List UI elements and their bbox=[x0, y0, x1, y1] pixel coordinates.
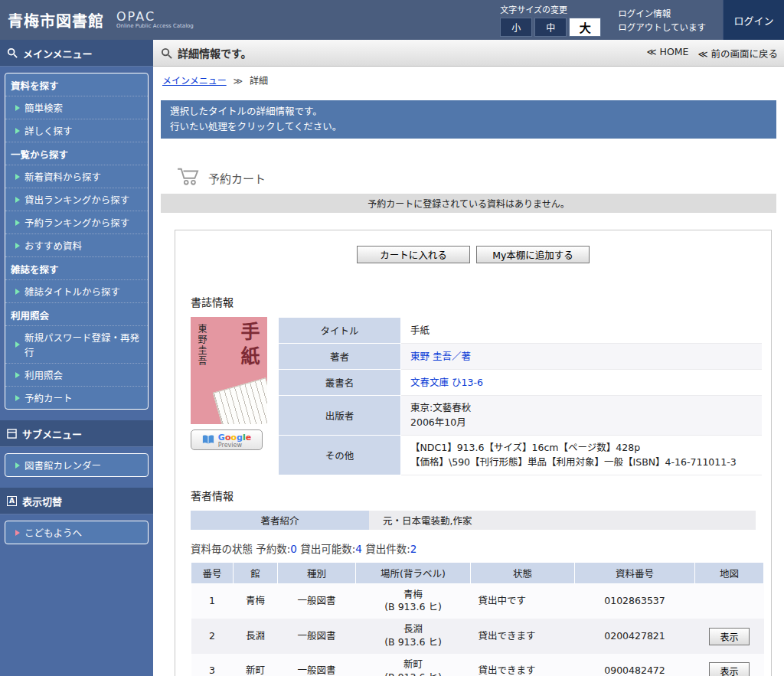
sidebar-item-reserve-cart[interactable]: 予約カート bbox=[5, 387, 148, 409]
notice-line-2: 行いたい処理をクリックしてください。 bbox=[170, 119, 767, 135]
sidebar-item-kids-page[interactable]: こどもようへ bbox=[5, 521, 148, 544]
header: 青梅市図書館 OPAC Online Public Access Catalog… bbox=[0, 0, 784, 40]
map-cell: 表示 bbox=[695, 654, 764, 676]
holdings-summary: 資料毎の状態 予約数:0 貸出可能数:4 貸出件数:2 bbox=[191, 540, 763, 556]
arrow-icon bbox=[15, 395, 20, 401]
back-link[interactable]: ≪ 前の画面に戻る bbox=[697, 46, 778, 60]
add-to-cart-button[interactable]: カートに入れる bbox=[357, 246, 470, 263]
cover-author-text: 東野圭吾 bbox=[195, 324, 208, 367]
arrow-icon bbox=[15, 243, 20, 249]
breadcrumb-separator: ≫ bbox=[233, 76, 243, 87]
sub-menu-title: サブメニュー bbox=[22, 426, 82, 441]
arrow-icon bbox=[15, 197, 20, 203]
sidebar-item-detailed-search[interactable]: 詳しく探す bbox=[5, 119, 148, 142]
place-cell: 長淵(B 913.6 ヒ) bbox=[356, 619, 471, 654]
show-map-button[interactable]: 表示 bbox=[709, 628, 749, 645]
sidebar-item-new-password[interactable]: 新規パスワード登録・再発行 bbox=[5, 326, 148, 364]
window-icon bbox=[7, 429, 17, 439]
login-info-label: ログイン情報 bbox=[618, 7, 706, 21]
sub-menu-header: サブメニュー bbox=[0, 420, 153, 447]
main-menu-title: メインメニュー bbox=[23, 46, 93, 60]
breadcrumb: メインメニュー ≫ 詳細 bbox=[153, 67, 784, 91]
opac-logo: OPAC Online Public Access Catalog bbox=[116, 10, 194, 29]
cover-paper-art bbox=[213, 377, 267, 424]
font-size-medium-button[interactable]: 中 bbox=[534, 18, 567, 37]
login-button[interactable]: ログイン bbox=[723, 0, 784, 40]
google-preview-button[interactable]: Google Preview bbox=[191, 429, 263, 450]
author-section-title: 著者情報 bbox=[191, 488, 763, 503]
sidebar-item-reserve-ranking[interactable]: 予約ランキングから探す bbox=[5, 211, 148, 234]
bib-label-publisher: 出版者 bbox=[279, 396, 401, 436]
bib-value-title: 手紙 bbox=[401, 318, 763, 344]
display-switch-icon: A bbox=[7, 496, 17, 506]
google-preview-label: Google Preview bbox=[218, 432, 251, 449]
bib-row-other: その他 【NDC1】913.6【サイズ】16cm【ページ数】428p 【価格】\… bbox=[279, 435, 763, 475]
main-menu-panel: 資料を探す 簡単検索 詳しく探す 一覧から探す 新着資料から探す 貸出ランキング… bbox=[5, 73, 149, 410]
reserve-cart-title: 予約カート bbox=[208, 170, 266, 186]
sidebar-item-library-calendar[interactable]: 図書館カレンダー bbox=[5, 454, 148, 476]
cart-empty-message: 予約カートに登録されている資料はありません。 bbox=[161, 194, 776, 213]
display-switch-title: 表示切替 bbox=[22, 494, 62, 508]
holdings-table: 番号 館 種別 場所(背ラベル) 状態 資料番号 地図 1 青梅 一般図書 青梅 bbox=[191, 562, 764, 676]
bib-row-title: タイトル 手紙 bbox=[279, 318, 763, 344]
breadcrumb-main-menu-link[interactable]: メインメニュー bbox=[162, 76, 227, 87]
sidebar-item-user-inquiry[interactable]: 利用照会 bbox=[5, 364, 148, 387]
arrow-icon bbox=[15, 372, 20, 378]
author-intro-label: 著者紹介 bbox=[191, 511, 369, 530]
display-switch-panel: こどもようへ bbox=[5, 521, 149, 544]
author-info-row: 著者紹介 元・日本電装勤,作家 bbox=[191, 511, 756, 530]
sidebar-item-new-arrivals[interactable]: 新着資料から探す bbox=[5, 165, 148, 188]
cover-title-text: 手紙 bbox=[234, 322, 262, 371]
sidebar-item-loan-ranking[interactable]: 貸出ランキングから探す bbox=[5, 188, 148, 211]
arrow-icon bbox=[15, 105, 20, 111]
opac-subtitle: Online Public Access Catalog bbox=[116, 24, 194, 30]
bib-section-title: 書誌情報 bbox=[191, 294, 763, 309]
series-link[interactable]: 文春文庫 ひ13-6 bbox=[410, 377, 483, 388]
page-title-bar: 詳細情報です。 ≪ HOME ≪ 前の画面に戻る bbox=[153, 40, 784, 67]
arrow-icon bbox=[15, 289, 20, 295]
bib-row-series: 叢書名 文春文庫 ひ13-6 bbox=[279, 370, 763, 396]
sidebar-item-simple-search[interactable]: 簡単検索 bbox=[5, 96, 148, 119]
search-icon bbox=[7, 47, 18, 58]
sidebar: メインメニュー 資料を探す 簡単検索 詳しく探す 一覧から探す 新着資料から探す… bbox=[0, 40, 153, 676]
add-to-myshelf-button[interactable]: My本棚に追加する bbox=[476, 246, 590, 263]
font-size-small-button[interactable]: 小 bbox=[500, 18, 532, 37]
bib-row-author: 著者 東野 圭吾／著 bbox=[279, 344, 763, 370]
sidebar-item-magazine-title[interactable]: 雑誌タイトルから探す bbox=[5, 280, 148, 303]
author-link[interactable]: 東野 圭吾／著 bbox=[410, 351, 471, 362]
page-title: 詳細情報です。 bbox=[178, 45, 252, 60]
main-menu-header: メインメニュー bbox=[0, 40, 153, 67]
sidebar-item-recommended[interactable]: おすすめ資料 bbox=[5, 234, 148, 257]
display-switch-header: A 表示切替 bbox=[0, 488, 153, 514]
bib-row-publisher: 出版者 東京:文藝春秋 2006年10月 bbox=[279, 396, 763, 436]
notice-box: 選択したタイトルの詳細情報です。 行いたい処理をクリックしてください。 bbox=[161, 100, 776, 139]
bib-label-author: 著者 bbox=[279, 344, 401, 370]
map-cell: 表示 bbox=[695, 619, 764, 654]
font-size-large-button[interactable]: 大 bbox=[569, 18, 601, 37]
map-cell bbox=[695, 583, 764, 619]
cart-icon bbox=[176, 166, 201, 186]
sidebar-section-find-materials: 資料を探す bbox=[5, 73, 148, 96]
detail-content-box: カートに入れる My本棚に追加する 書誌情報 東野圭吾 手紙 Goo bbox=[175, 230, 772, 676]
place-cell: 新町(B 913.6 ヒ) bbox=[356, 654, 471, 676]
sidebar-section-magazines: 雑誌を探す bbox=[5, 257, 148, 280]
table-row: 2 長淵 一般図書 長淵(B 913.6 ヒ) 貸出できます 020042782… bbox=[191, 619, 764, 654]
table-row: 1 青梅 一般図書 青梅(B 913.6 ヒ) 貸出中です 0102863537 bbox=[191, 583, 764, 619]
sidebar-section-user-inquiry: 利用照会 bbox=[5, 303, 148, 326]
bib-value-publisher: 東京:文藝春秋 2006年10月 bbox=[401, 396, 763, 436]
book-cover-image: 東野圭吾 手紙 bbox=[191, 317, 267, 424]
arrow-icon bbox=[15, 462, 20, 469]
bib-info-table: タイトル 手紙 著者 東野 圭吾／著 叢書名 文春文庫 ひ13-6 出版者 bbox=[278, 317, 762, 475]
place-cell: 青梅(B 913.6 ヒ) bbox=[356, 583, 471, 619]
login-info: ログイン情報 ログアウトしています bbox=[618, 5, 706, 35]
brand: 青梅市図書館 OPAC Online Public Access Catalog bbox=[0, 0, 194, 40]
breadcrumb-current: 詳細 bbox=[250, 76, 268, 87]
sub-menu-panel: 図書館カレンダー bbox=[5, 453, 149, 477]
reserve-count: 0 bbox=[290, 543, 297, 555]
show-map-button[interactable]: 表示 bbox=[709, 662, 749, 676]
home-link[interactable]: ≪ HOME bbox=[646, 46, 688, 60]
bib-label-series: 叢書名 bbox=[279, 370, 401, 396]
holdings-header-row: 番号 館 種別 場所(背ラベル) 状態 資料番号 地図 bbox=[191, 562, 764, 583]
author-intro-value: 元・日本電装勤,作家 bbox=[369, 511, 756, 530]
open-book-icon bbox=[202, 435, 214, 445]
